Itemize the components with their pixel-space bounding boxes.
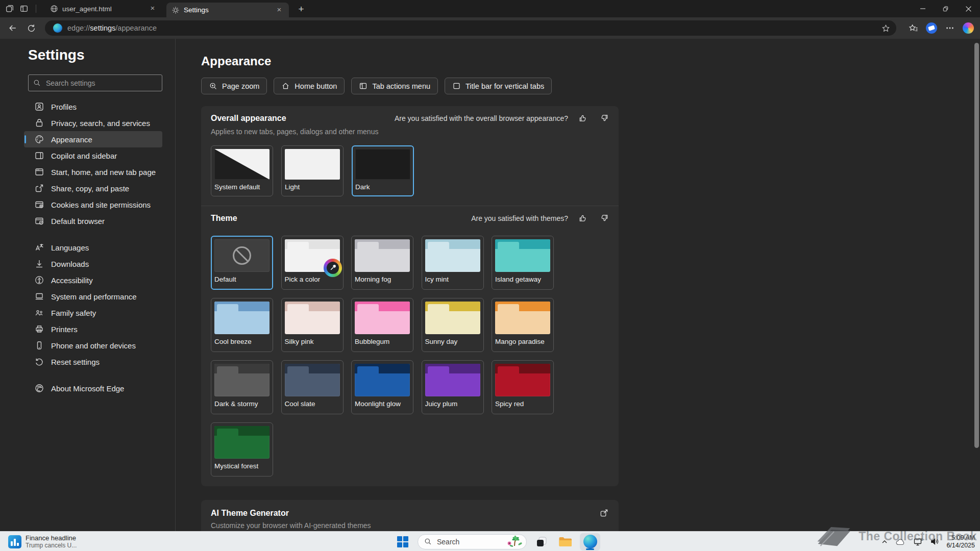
sidebar-item-family-safety[interactable]: Family safety [24,305,162,321]
minimize-button[interactable] [911,0,934,17]
taskbar-search-input[interactable] [436,537,506,546]
sidebar-item-cookies-and-site-permissions[interactable]: Cookies and site permissions [24,196,162,213]
svg-text:8: 8 [921,537,923,541]
restore-button[interactable] [934,0,957,17]
settings-search-input[interactable] [45,79,157,88]
display-tray-icon[interactable]: 8 [913,537,923,547]
tab-actions-menu-button[interactable]: Tab actions menu [351,78,438,94]
theme-tile-cool-breeze[interactable]: Cool breeze [211,298,273,352]
back-icon[interactable] [6,21,19,35]
thumbs-up-icon[interactable] [578,113,588,123]
browser-essentials-icon[interactable] [925,21,938,35]
clock[interactable]: 5:09 AM 6/14/2025 [946,534,975,549]
tile-label: Icy mint [425,276,480,283]
sidebar-item-about-microsoft-edge[interactable]: About Microsoft Edge [24,380,162,396]
sidebar-item-downloads[interactable]: Downloads [24,256,162,272]
navigation-toolbar: edge://settings/appearance [0,17,980,39]
favorites-icon[interactable] [906,21,920,35]
tab-actions-icon[interactable] [19,4,29,13]
new-tab-button[interactable]: + [295,3,307,15]
theme-tile-moonlight-glow[interactable]: Moonlight glow [351,360,413,414]
workspaces-icon[interactable] [5,4,14,13]
sidebar-item-share-copy-and-paste[interactable]: Share, copy, and paste [24,180,162,196]
sidebar-item-label: Cookies and site permissions [51,201,151,209]
theme-tile-default[interactable]: Default [211,236,273,290]
theme-tile-juicy-plum[interactable]: Juicy plum [422,360,484,414]
theme-tile-dark-stormy[interactable]: Dark & stormy [211,360,273,414]
start-button[interactable] [394,533,411,550]
widgets-button[interactable]: Finance headline Trump cancels U... [5,533,80,550]
theme-tile-pick-a-color[interactable]: Pick a color [281,236,344,290]
settings-search[interactable] [28,74,162,91]
tab-title: user_agent.html [62,5,144,13]
phone-devices-icon [34,340,44,350]
theme-tile-sunny-day[interactable]: Sunny day [422,298,484,352]
no-theme-icon [233,246,251,265]
overall-appearance-subtext: Applies to new tabs, pages, dialogs and … [211,128,378,136]
address-bar[interactable]: edge://settings/appearance [45,20,896,36]
button-label: Home button [295,82,337,90]
file-explorer-button[interactable] [556,533,574,550]
appearance-card: Overall appearance Are you satisfied wit… [201,106,619,486]
thumbs-down-icon[interactable] [599,113,609,123]
sidebar-item-label: Copilot and sidebar [51,152,117,160]
downloads-icon [34,259,44,269]
theme-tile-mystical-forest[interactable]: Mystical forest [211,422,273,477]
tile-label: Default [214,276,270,283]
privacy-icon [34,118,44,128]
tab-user-agent[interactable]: user_agent.html × [45,0,162,17]
settings-menu-icon[interactable] [943,21,957,35]
theme-feedback-question: Are you satisfied with themes? [471,214,568,222]
task-view-button[interactable] [533,533,550,550]
theme-tile-icy-mint[interactable]: Icy mint [422,236,484,290]
tab-close-icon[interactable]: × [148,4,157,13]
home-button-button[interactable]: Home button [274,78,345,94]
tray-chevron-up-icon[interactable] [880,538,889,546]
tile-label: Sunny day [425,338,480,345]
tab-close-icon[interactable]: × [275,6,284,15]
theme-tile-cool-slate[interactable]: Cool slate [281,360,344,414]
sidebar-item-privacy-search-and-services[interactable]: Privacy, search, and services [24,115,162,131]
copilot-icon[interactable] [962,21,975,35]
favorite-star-icon[interactable] [881,24,890,33]
thumbs-down-icon[interactable] [599,213,609,223]
onedrive-cloud-icon[interactable] [895,537,906,546]
sidebar-item-default-browser[interactable]: Default browser [24,213,162,229]
sidebar-item-accessibility[interactable]: Accessibility [24,272,162,288]
tile-label: System default [214,183,270,191]
sidebar-item-reset-settings[interactable]: Reset settings [24,354,162,370]
settings-heading: Settings [28,47,84,63]
overall-option-light[interactable]: Light [281,145,344,196]
edge-about-icon [34,383,44,393]
sidebar-item-system-and-performance[interactable]: System and performance [24,288,162,305]
volume-icon[interactable] [930,537,940,546]
theme-tile-silky-pink[interactable]: Silky pink [281,298,344,352]
globe-favicon-icon [50,5,58,13]
page-zoom-button[interactable]: Page zoom [201,78,267,94]
sidebar-item-profiles[interactable]: Profiles [24,98,162,115]
edge-taskbar-button[interactable] [580,533,600,550]
sidebar-item-copilot-and-sidebar[interactable]: Copilot and sidebar [24,147,162,164]
theme-tile-bubblegum[interactable]: Bubblegum [351,298,413,352]
overall-option-dark[interactable]: Dark [352,145,414,196]
theme-tile-morning-fog[interactable]: Morning fog [351,236,413,290]
theme-tile-island-getaway[interactable]: Island getaway [492,236,554,290]
sidebar-item-languages[interactable]: Languages [24,239,162,256]
refresh-icon[interactable] [24,21,38,35]
sidebar-item-printers[interactable]: Printers [24,321,162,337]
taskbar-search[interactable] [418,534,527,549]
thumbs-up-icon[interactable] [578,213,588,223]
open-external-icon[interactable] [599,508,609,518]
overall-option-system-default[interactable]: System default [211,145,273,196]
theme-swatch [285,364,340,396]
sidebar-item-start-home-and-new-tab-page[interactable]: Start, home, and new tab page [24,164,162,180]
close-button[interactable] [957,0,980,17]
scrollbar-thumb[interactable] [974,43,979,448]
sidebar-item-phone-and-other-devices[interactable]: Phone and other devices [24,337,162,354]
theme-tile-spicy-red[interactable]: Spicy red [492,360,554,414]
sidebar-item-appearance[interactable]: Appearance [24,131,162,147]
tab-settings[interactable]: Settings × [166,3,289,17]
theme-tile-mango-paradise[interactable]: Mango paradise [492,298,554,352]
widget-subheadline: Trump cancels U... [26,542,77,549]
title-bar-for-vertical-tabs-button[interactable]: Title bar for vertical tabs [445,78,552,94]
